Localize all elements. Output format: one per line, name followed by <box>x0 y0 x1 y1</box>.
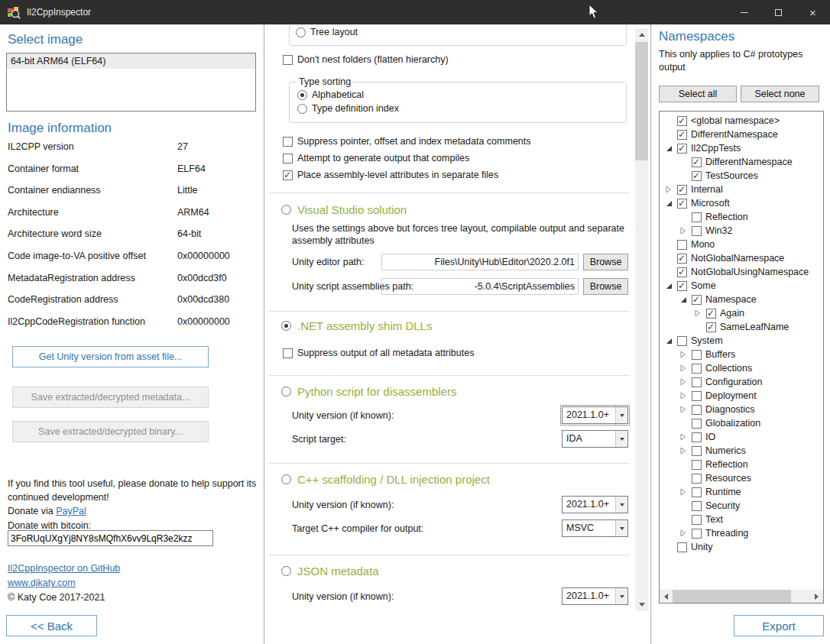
expander-icon[interactable] <box>663 200 677 207</box>
scrollbar-thumb[interactable] <box>673 590 791 603</box>
option-checkbox[interactable]: Place assembly-level attributes in separ… <box>283 167 531 183</box>
tree-item[interactable]: Security <box>660 499 823 513</box>
namespace-checkbox[interactable] <box>692 226 702 236</box>
namespace-checkbox[interactable] <box>692 350 702 360</box>
namespace-checkbox[interactable] <box>677 336 687 346</box>
tree-item[interactable]: Reflection <box>660 210 823 224</box>
namespace-checkbox[interactable] <box>692 419 702 429</box>
namespace-checkbox[interactable] <box>692 474 702 484</box>
namespace-checkbox[interactable] <box>692 377 702 387</box>
scrollbar-thumb[interactable] <box>635 42 648 160</box>
expander-icon[interactable] <box>677 447 692 455</box>
expander-icon[interactable] <box>663 145 677 152</box>
paypal-link[interactable]: PayPal <box>56 506 86 516</box>
browse-assemblies-path-button[interactable]: Browse <box>583 278 628 295</box>
unity-version-combobox-cpp[interactable]: 2021.1.0+ <box>562 496 628 513</box>
namespace-checkbox[interactable] <box>692 432 702 442</box>
github-link[interactable]: Il2CppInspector on GitHub <box>8 563 120 574</box>
titlebar[interactable]: Il2CppInspector × <box>0 0 830 24</box>
expander-icon[interactable] <box>677 529 692 537</box>
expander-icon[interactable] <box>663 283 677 290</box>
tree-item[interactable]: NotGlobalNamespace <box>660 251 823 265</box>
expander-icon[interactable] <box>677 364 692 372</box>
namespace-checkbox[interactable] <box>677 116 687 126</box>
middle-vertical-scrollbar[interactable] <box>635 28 648 611</box>
dropdown-arrow-icon[interactable] <box>615 588 627 604</box>
expander-icon[interactable] <box>677 406 692 413</box>
scroll-left-button[interactable] <box>660 590 673 603</box>
namespace-checkbox[interactable] <box>677 199 687 209</box>
namespace-checkbox[interactable] <box>706 322 716 332</box>
tree-item[interactable]: <global namespace> <box>660 114 823 128</box>
export-button[interactable]: Export <box>734 615 824 636</box>
tree-item[interactable]: Numerics <box>660 444 823 458</box>
expander-icon[interactable] <box>677 227 692 235</box>
suppress-metadata-attributes-checkbox[interactable]: Suppress output of all metadata attribut… <box>283 348 474 358</box>
namespace-checkbox[interactable] <box>692 501 702 511</box>
namespace-checkbox[interactable] <box>692 364 702 374</box>
tree-item[interactable]: Mono <box>660 238 823 251</box>
option-checkbox[interactable]: Suppress pointer, offset and index metad… <box>283 133 531 150</box>
tree-item[interactable]: Diagnostics <box>660 403 823 416</box>
namespace-checkbox[interactable] <box>692 515 702 525</box>
expander-icon[interactable] <box>692 309 706 317</box>
option-checkbox[interactable]: Attempt to generate output that compiles <box>283 150 531 167</box>
tree-layout-radio[interactable]: Tree layout <box>296 27 358 37</box>
close-button[interactable]: × <box>796 0 830 24</box>
dropdown-arrow-icon[interactable] <box>615 407 627 423</box>
bitcoin-address-input[interactable] <box>8 530 213 546</box>
namespace-checkbox[interactable] <box>677 542 687 552</box>
namespace-checkbox[interactable] <box>692 405 702 415</box>
cpp-compiler-combobox[interactable]: MSVC <box>562 519 628 537</box>
expander-icon[interactable] <box>663 186 677 193</box>
tree-item[interactable]: Namespace <box>660 293 823 306</box>
namespace-checkbox[interactable] <box>677 240 687 250</box>
namespace-checkbox[interactable] <box>692 157 702 167</box>
dropdown-arrow-icon[interactable] <box>615 497 627 513</box>
website-link[interactable]: www.djkaty.com <box>8 578 76 588</box>
tree-item[interactable]: System <box>660 334 823 348</box>
select-all-button[interactable]: Select all <box>659 86 737 102</box>
tree-item[interactable]: Globalization <box>660 416 823 430</box>
tree-item[interactable]: Deployment <box>660 389 823 403</box>
namespace-checkbox[interactable] <box>677 281 687 291</box>
unity-editor-path-input[interactable]: Files\Unity\Hub\Editor\2020.2.0f1 <box>381 254 579 270</box>
visual-studio-solution-radio[interactable]: Visual Studio solution <box>281 203 407 216</box>
alphabetical-radio[interactable]: Alphabetical <box>297 89 364 100</box>
image-listbox[interactable]: 64-bit ARM64 (ELF64) <box>6 53 256 112</box>
namespace-checkbox[interactable] <box>692 295 702 305</box>
tree-item[interactable]: Win32 <box>660 224 823 238</box>
tree-item[interactable]: Text <box>660 513 823 526</box>
tree-item[interactable]: Configuration <box>660 375 823 389</box>
type-definition-index-radio[interactable]: Type definition index <box>297 103 399 114</box>
namespace-checkbox[interactable] <box>692 212 702 222</box>
dropdown-arrow-icon[interactable] <box>615 431 627 447</box>
expander-icon[interactable] <box>677 392 692 400</box>
maximize-button[interactable] <box>761 0 796 24</box>
expander-icon[interactable] <box>677 433 692 441</box>
shim-dlls-radio[interactable]: .NET assembly shim DLLs <box>281 319 432 332</box>
namespace-checkbox[interactable] <box>677 144 687 154</box>
expander-icon[interactable] <box>677 296 692 303</box>
tree-item[interactable]: DifferentNamespace <box>660 128 823 141</box>
tree-item[interactable]: NotGlobalUsingNamespace <box>660 265 823 279</box>
tree-item[interactable]: Buffers <box>660 348 823 361</box>
tree-item[interactable]: Collections <box>660 361 823 375</box>
namespace-checkbox[interactable] <box>677 130 687 140</box>
select-none-button[interactable]: Select none <box>741 86 819 102</box>
tree-item[interactable]: Runtime <box>660 485 823 499</box>
tree-item[interactable]: DifferentNamespace <box>660 155 823 169</box>
json-metadata-radio[interactable]: JSON metadata <box>281 565 379 578</box>
dropdown-arrow-icon[interactable] <box>615 520 627 536</box>
tree-item[interactable]: Resources <box>660 471 823 485</box>
namespace-checkbox[interactable] <box>692 171 702 181</box>
scroll-right-button[interactable] <box>810 590 823 603</box>
python-script-radio[interactable]: Python script for disassemblers <box>281 385 456 398</box>
browse-editor-path-button[interactable]: Browse <box>583 254 628 270</box>
script-target-combobox[interactable]: IDA <box>562 430 628 448</box>
tree-item[interactable]: Some <box>660 279 823 293</box>
tree-item[interactable]: SameLeafName <box>660 320 823 334</box>
tree-item[interactable]: Again <box>660 306 823 320</box>
namespace-checkbox[interactable] <box>692 487 702 497</box>
back-button[interactable]: << Back <box>6 615 97 636</box>
